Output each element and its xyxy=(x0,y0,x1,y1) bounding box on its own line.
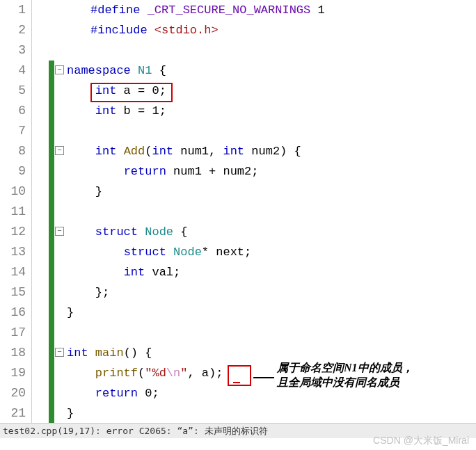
code-token: b = 1; xyxy=(116,104,166,118)
line-number: 1 xyxy=(0,0,26,20)
fold-toggle[interactable]: − xyxy=(55,348,64,357)
code-token: ( xyxy=(138,367,145,380)
code-token: return xyxy=(124,165,166,178)
code-token: val; xyxy=(145,266,180,279)
error-squiggle xyxy=(233,382,240,383)
line-number: 7 xyxy=(0,121,26,141)
code-token: int xyxy=(67,346,88,360)
code-token: "%d xyxy=(145,367,166,380)
code-token: num2) { xyxy=(244,145,301,158)
code-token xyxy=(138,225,145,239)
code-token: } xyxy=(67,407,74,420)
code-token: , a); xyxy=(187,367,223,380)
code-token: namespace xyxy=(67,64,138,77)
watermark: CSDN @大米饭_Mirai xyxy=(373,435,469,447)
line-number: 12 xyxy=(0,222,26,242)
code-token xyxy=(67,225,95,239)
line-number: 6 xyxy=(0,101,26,121)
annotation-text: 属于命名空间N1中的成员， 且全局域中没有同名成员 xyxy=(277,360,413,389)
code-token: int xyxy=(95,104,117,118)
line-number: 19 xyxy=(0,363,26,383)
code-token: int xyxy=(95,145,117,158)
code-token: Add xyxy=(124,145,145,158)
code-token: 1 xyxy=(310,3,324,17)
line-number: 8 xyxy=(0,141,26,161)
code-token: struct xyxy=(124,246,166,259)
code-token xyxy=(166,246,173,259)
line-number: 20 xyxy=(0,383,26,403)
line-number: 18 xyxy=(0,343,26,363)
code-token: Node xyxy=(173,246,202,259)
line-number: 4 xyxy=(0,61,26,81)
code-token: " xyxy=(180,367,187,380)
line-number: 14 xyxy=(0,262,26,282)
line-number: 13 xyxy=(0,242,26,262)
code-token: } xyxy=(67,306,74,319)
code-token: int xyxy=(95,84,117,97)
code-token xyxy=(116,145,123,158)
line-number: 21 xyxy=(0,403,26,424)
code-token: struct xyxy=(95,225,138,239)
code-token: int xyxy=(124,266,145,279)
code-token: <stdio.h> xyxy=(154,24,219,37)
code-token: main xyxy=(95,346,124,360)
line-number: 10 xyxy=(0,182,26,202)
code-token xyxy=(67,104,95,118)
code-token xyxy=(88,346,95,360)
code-token: N1 xyxy=(138,64,152,77)
code-token xyxy=(67,387,95,400)
line-number: 15 xyxy=(0,282,26,303)
fold-column: − − − − xyxy=(54,0,67,423)
code-token: printf xyxy=(95,367,138,380)
code-token: { xyxy=(152,64,166,77)
code-token: num1 + num2; xyxy=(166,165,259,178)
line-number: 2 xyxy=(0,20,26,40)
fold-toggle[interactable]: − xyxy=(55,65,64,74)
change-bar xyxy=(49,61,54,424)
line-gutter: 1 2 3 4 5 6 7 8 9 10 11 12 13 14 15 16 1… xyxy=(0,0,32,423)
code-token: #include xyxy=(90,24,154,37)
code-token xyxy=(67,84,95,97)
code-token: \n xyxy=(166,367,180,380)
annotation-connector xyxy=(253,377,274,378)
code-token: }; xyxy=(67,286,109,299)
code-token xyxy=(67,246,124,259)
line-number: 16 xyxy=(0,303,26,323)
fold-toggle[interactable]: − xyxy=(55,227,64,236)
code-token: ( xyxy=(145,145,152,158)
annotation-line: 属于命名空间N1中的成员， xyxy=(277,360,413,375)
line-number: 17 xyxy=(0,323,26,343)
line-number: 11 xyxy=(0,202,26,222)
code-token xyxy=(67,165,124,178)
code-token: int xyxy=(152,145,173,158)
code-token: _CRT_SECURE_NO_WARNINGS xyxy=(148,3,311,17)
code-editor: 1 2 3 4 5 6 7 8 9 10 11 12 13 14 15 16 1… xyxy=(0,0,476,423)
code-token: 0; xyxy=(138,387,159,400)
line-number: 9 xyxy=(0,161,26,182)
code-token xyxy=(67,266,124,279)
code-token: () { xyxy=(124,346,152,360)
code-token xyxy=(67,145,95,158)
code-token: num1, xyxy=(173,145,223,158)
fold-toggle[interactable]: − xyxy=(55,146,64,155)
code-area[interactable]: #define _CRT_SECURE_NO_WARNINGS 1 #inclu… xyxy=(67,0,476,423)
annotation-line: 且全局域中没有同名成员 xyxy=(277,375,413,389)
line-number: 5 xyxy=(0,81,26,101)
code-token: { xyxy=(173,225,187,239)
code-token: return xyxy=(95,387,138,400)
code-token xyxy=(67,367,95,380)
code-token: int xyxy=(223,145,244,158)
code-token: a = 0; xyxy=(116,84,166,97)
code-token: } xyxy=(67,185,102,198)
line-number: 3 xyxy=(0,40,26,61)
code-token: * next; xyxy=(202,246,251,259)
code-token: #define xyxy=(90,3,148,17)
code-token: Node xyxy=(145,225,173,239)
